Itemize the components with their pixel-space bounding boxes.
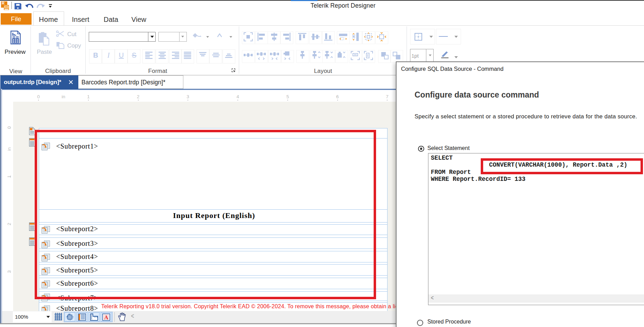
svg-text:A: A [104, 314, 108, 320]
